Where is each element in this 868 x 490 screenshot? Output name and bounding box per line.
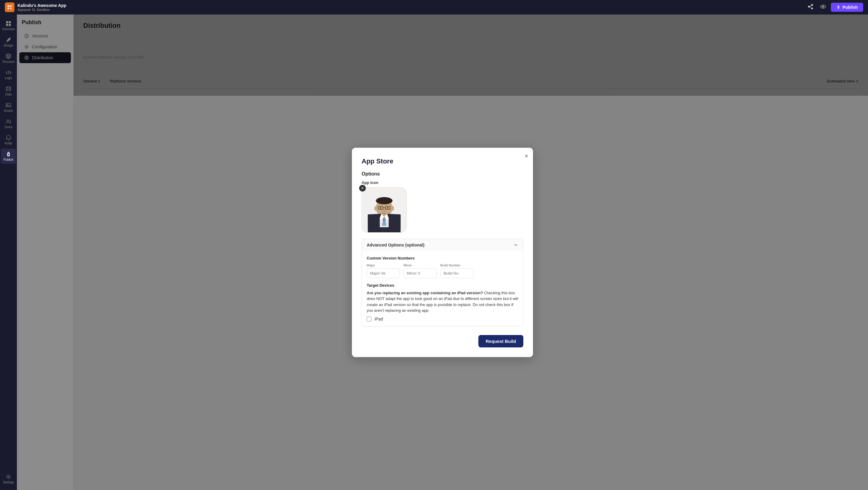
sidebar-item-publish[interactable]: Publish [1,149,16,164]
remove-icon-button[interactable]: ✕ [359,185,366,192]
svg-rect-10 [9,24,11,26]
eye-icon [820,4,826,10]
code-icon [5,69,11,76]
options-section: Options App Icon [362,171,523,239]
sidebar-item-data[interactable]: Data [1,83,16,98]
minor-field-group: Minor [404,263,437,278]
custom-version-title: Custom Version Numbers [367,256,518,260]
topbar: Kalindu's Awesome App Appspotr SL Sandbo… [0,0,868,15]
remove-x-icon: ✕ [361,186,364,190]
svg-point-37 [391,206,394,211]
rocket-nav-icon [5,151,11,157]
sidebar-item-notify[interactable]: Notify [1,132,16,147]
version-fields: Major Minor Build Number [367,263,518,278]
svg-rect-2 [7,7,9,9]
grid-icon [5,21,11,27]
modal-title: App Store [362,157,523,165]
svg-point-27 [376,197,392,204]
publish-btn-label: Publish [842,5,858,10]
app-icon-label: App Icon [362,180,523,185]
app-logo-icon [7,4,12,10]
app-name: Kalindu's Awesome App [18,3,66,8]
modal-overlay: × App Store Options App Icon [17,15,868,490]
major-label: Major [367,263,400,267]
close-icon: × [525,152,528,159]
svg-point-33 [380,207,381,208]
chevron-up-icon [514,242,518,248]
svg-point-14 [7,120,9,121]
sidebar-label-publish: Publish [4,158,13,161]
database-icon [5,86,11,92]
bell-icon [5,135,11,141]
advanced-options-body: Custom Version Numbers Major Minor Build… [362,251,523,326]
svg-rect-9 [6,24,8,26]
build-input[interactable] [440,268,473,278]
svg-point-13 [7,104,8,105]
build-field-group: Build Number [440,263,473,278]
svg-point-34 [387,207,389,208]
sidebar-item-structure[interactable]: Structure [1,51,16,66]
sidebar-label-notify: Notify [4,142,12,145]
layers-icon [5,53,11,59]
share-button[interactable] [807,2,815,12]
app-icon-image[interactable] [362,187,407,233]
ipad-checkbox[interactable] [367,317,372,321]
svg-point-36 [374,206,377,211]
svg-rect-1 [10,5,12,7]
ipad-question: Are you replacing an existing app contai… [367,290,518,314]
sidebar-item-overview[interactable]: Overview [1,18,16,33]
minor-input[interactable] [404,268,437,278]
person-photo [362,188,406,232]
gear-icon [5,474,11,480]
svg-point-5 [823,6,824,7]
sidebar-item-settings[interactable]: Settings [1,471,16,486]
app-icon-container: ✕ [362,187,407,233]
sidebar-label-settings: Settings [3,481,14,484]
sidebar: Overview Design Structure Logic Data [0,15,17,490]
sidebar-item-assets[interactable]: Assets [1,100,16,115]
build-label: Build Number [440,263,473,267]
minor-label: Minor [404,263,437,267]
advanced-options-header[interactable]: Advanced Options (optional) [362,239,523,251]
sidebar-item-users[interactable]: Users [1,116,16,131]
svg-point-35 [383,210,385,212]
svg-point-16 [7,476,9,478]
major-field-group: Major [367,263,400,278]
brush-icon [5,37,11,43]
ipad-question-bold: Are you replacing an existing app contai… [367,291,483,295]
rocket-icon [836,5,840,9]
svg-rect-0 [7,5,9,7]
svg-point-15 [8,154,9,155]
topbar-left: Kalindu's Awesome App Appspotr SL Sandbo… [5,2,66,12]
svg-point-11 [6,87,10,88]
sidebar-label-users: Users [4,125,12,129]
request-build-button[interactable]: Request Build [478,335,523,347]
options-title: Options [362,171,523,177]
share-icon [808,4,814,10]
modal-close-button[interactable]: × [525,152,528,160]
advanced-options-section: Advanced Options (optional) Custom Versi… [362,239,523,326]
advanced-options-label: Advanced Options (optional) [367,242,424,248]
major-input[interactable] [367,268,400,278]
target-devices-title: Target Devices [367,283,518,288]
app-icon-box [5,2,14,12]
image-icon [5,102,11,108]
svg-rect-7 [6,21,8,23]
app-subtitle: Appspotr SL Sandbox [18,8,66,11]
sidebar-label-design: Design [4,44,13,47]
svg-rect-43 [382,223,386,226]
publish-button[interactable]: Publish [831,3,863,12]
users-icon [5,118,11,124]
app-store-modal: × App Store Options App Icon [352,148,533,357]
sidebar-label-logic: Logic [5,77,12,80]
sidebar-label-structure: Structure [2,60,15,63]
sidebar-item-design[interactable]: Design [1,34,16,50]
ipad-label[interactable]: iPad [375,317,383,321]
svg-point-6 [838,7,839,8]
svg-rect-3 [10,7,12,9]
svg-rect-8 [9,21,11,23]
topbar-right: Publish [807,2,863,12]
ipad-checkbox-row: iPad [367,317,518,321]
sidebar-item-logic[interactable]: Logic [1,67,16,82]
preview-button[interactable] [819,2,827,12]
